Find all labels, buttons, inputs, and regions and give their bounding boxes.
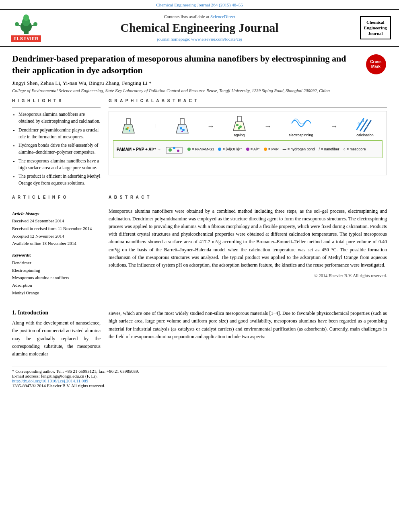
intro-paragraph-right: sieves, which are one of the most widely… bbox=[109, 310, 387, 341]
article-history-content: Article history: Received 24 September 2… bbox=[12, 210, 101, 247]
elsevier-tree-icon bbox=[12, 14, 41, 35]
abstract-column: A B S T R A C T Mesoporous alumina nanof… bbox=[109, 195, 387, 297]
svg-point-13 bbox=[180, 127, 182, 129]
corresponding-author-note: * Corresponding author. Tel.: +86 21 659… bbox=[12, 369, 387, 374]
ga-step-2 bbox=[175, 118, 190, 135]
ga-electrospinning-label: electrospinning bbox=[289, 133, 313, 137]
svg-rect-16 bbox=[237, 116, 241, 122]
highlights-divider bbox=[12, 107, 101, 108]
svg-point-25 bbox=[366, 126, 368, 127]
elsevier-logo-block: ELSEVIER bbox=[8, 14, 44, 42]
intro-section-title: 1. Introduction bbox=[12, 310, 101, 316]
intro-paragraph-left: Along with the development of nanoscienc… bbox=[12, 319, 101, 358]
flask-icon-2 bbox=[175, 118, 190, 135]
cej-logo: Chemical Engineering Journal bbox=[360, 16, 391, 40]
ga-arrow-2-icon: → bbox=[264, 122, 271, 131]
svg-point-14 bbox=[182, 129, 185, 131]
highlights-column: H I G H L I G H T S Mesoporous alumina n… bbox=[12, 99, 101, 189]
legend-dot-icon bbox=[264, 148, 267, 151]
keywords-section: Keywords: Dendrimer Electrospinning Meso… bbox=[12, 251, 101, 296]
svg-point-15 bbox=[181, 131, 183, 132]
electrospinning-icon bbox=[291, 115, 311, 132]
list-item: Dendrimer polyamidoamine plays a crucial… bbox=[19, 127, 101, 141]
ga-equation-row: PAMAM + PVP + Al³⁺ → ≡ PAMAM-G1 bbox=[113, 140, 383, 158]
legend-dot-icon bbox=[218, 148, 221, 151]
list-item: Hydrogen bonds drive the self-assembly o… bbox=[19, 142, 101, 156]
abstract-text: Mesoporous alumina nanofibers were obtai… bbox=[109, 207, 387, 269]
article-title: Dendrimer-based preparation of mesoporou… bbox=[12, 53, 387, 76]
legend-dot-icon bbox=[246, 148, 249, 151]
section-divider bbox=[12, 303, 387, 303]
doi-link[interactable]: http://dx.doi.org/10.1016/j.cej.2014.11.… bbox=[12, 378, 387, 383]
flask-icon bbox=[121, 118, 136, 135]
legend-item: ≡ Al³⁺ bbox=[246, 147, 260, 151]
svg-point-6 bbox=[15, 22, 19, 26]
crossmark-badge[interactable]: CrossMark bbox=[365, 53, 387, 75]
ga-arrow-1-icon: → bbox=[207, 122, 214, 131]
journal-reference: Chemical Engineering Journal 264 (2015) … bbox=[0, 0, 399, 9]
svg-point-23 bbox=[358, 123, 360, 124]
highlights-and-graphical: H I G H L I G H T S Mesoporous alumina n… bbox=[12, 99, 387, 189]
issn-note: 1385-8947/© 2014 Elsevier B.V. All right… bbox=[12, 383, 387, 388]
list-item: Mesoporous alumina nanofibers are obtain… bbox=[19, 111, 101, 125]
legend-dot-icon bbox=[187, 148, 191, 151]
footnotes: * Corresponding author. Tel.: +86 21 659… bbox=[12, 366, 387, 388]
ga-step-calcination: calcination bbox=[355, 115, 375, 137]
svg-point-11 bbox=[127, 127, 129, 129]
article-info-and-abstract: A R T I C L E I N F O Article history: R… bbox=[12, 195, 387, 297]
graphical-abstract-box: + → bbox=[109, 111, 387, 175]
affiliation: College of Environmental Science and Eng… bbox=[12, 88, 387, 93]
ga-step-ageing: ageing bbox=[232, 115, 247, 137]
svg-point-10 bbox=[129, 130, 130, 131]
svg-rect-8 bbox=[126, 119, 130, 124]
ga-calcination-label: calcination bbox=[356, 133, 374, 137]
abstract-heading: A B S T R A C T bbox=[109, 195, 387, 201]
svg-point-27 bbox=[169, 148, 172, 152]
elsevier-wordmark: ELSEVIER bbox=[11, 35, 41, 42]
main-content: Dendrimer-based preparation of mesoporou… bbox=[0, 47, 399, 394]
svg-rect-12 bbox=[180, 119, 184, 124]
article-info-column: A R T I C L E I N F O Article history: R… bbox=[12, 195, 101, 297]
legend-item: ≡ PAMAM-G1 bbox=[187, 147, 214, 151]
ga-step-electrospinning: electrospinning bbox=[289, 115, 313, 137]
ga-arrow-3-icon: → bbox=[330, 122, 337, 131]
ga-equation: PAMAM + PVP + Al³⁺ → bbox=[117, 147, 161, 152]
article-info-heading: A R T I C L E I N F O bbox=[12, 195, 101, 201]
sciencedirect-link[interactable]: Contents lists available at ScienceDirec… bbox=[51, 14, 348, 19]
ga-plus-icon: + bbox=[153, 122, 157, 131]
graphical-abstract-divider bbox=[109, 107, 387, 108]
svg-point-24 bbox=[362, 120, 364, 122]
journal-title: Chemical Engineering Journal bbox=[51, 21, 348, 35]
legend-item: — ≡ hydrogen bond bbox=[283, 147, 315, 151]
ga-structure-icon bbox=[164, 143, 184, 155]
authors: Jingyi Shen, Zehua Li, Yi-nan Wu, Bingru… bbox=[12, 80, 387, 86]
introduction-section: 1. Introduction Along with the developme… bbox=[12, 310, 387, 358]
graphical-abstract-inner: + → bbox=[113, 115, 383, 158]
highlights-heading: H I G H L I G H T S bbox=[12, 99, 101, 104]
intro-right: sieves, which are one of the most widely… bbox=[109, 310, 387, 358]
nanofiber-icon bbox=[355, 115, 375, 132]
highlights-list: Mesoporous alumina nanofibers are obtain… bbox=[12, 111, 101, 187]
email-note: E-mail address: fengrting@tongji.edu.cn … bbox=[12, 374, 387, 378]
svg-point-17 bbox=[236, 124, 239, 126]
copyright: © 2014 Elsevier B.V. All rights reserved… bbox=[109, 273, 387, 278]
list-item: The product is efficient in adsorbing Me… bbox=[19, 173, 101, 187]
journal-title-block: Contents lists available at ScienceDirec… bbox=[51, 14, 348, 41]
legend-item: ≡ PVP bbox=[264, 147, 279, 151]
legend-item: ○ ≡ mesopore bbox=[343, 147, 366, 151]
svg-point-28 bbox=[173, 147, 175, 149]
svg-point-3 bbox=[23, 14, 29, 21]
legend-item: / ≡ nanofiber bbox=[319, 147, 339, 151]
crossmark-icon: CrossMark bbox=[366, 54, 386, 74]
cej-logo-block: Chemical Engineering Journal bbox=[355, 16, 391, 40]
journal-header: ELSEVIER Contents lists available at Sci… bbox=[0, 9, 399, 47]
article-info-divider bbox=[12, 204, 101, 204]
abstract-divider bbox=[109, 204, 387, 204]
ga-ageing-label: ageing bbox=[234, 133, 245, 137]
flask-icon-3 bbox=[232, 115, 247, 132]
graphical-abstract-heading: G R A P H I C A L A B S T R A C T bbox=[109, 99, 387, 104]
ga-top-row: + → bbox=[113, 115, 383, 137]
ga-legend: ≡ PAMAM-G1 ≡ [Al(OH)]²⁺ ≡ Al³⁺ bbox=[187, 147, 366, 151]
svg-point-19 bbox=[238, 127, 240, 129]
graphical-abstract-column: G R A P H I C A L A B S T R A C T bbox=[109, 99, 387, 189]
